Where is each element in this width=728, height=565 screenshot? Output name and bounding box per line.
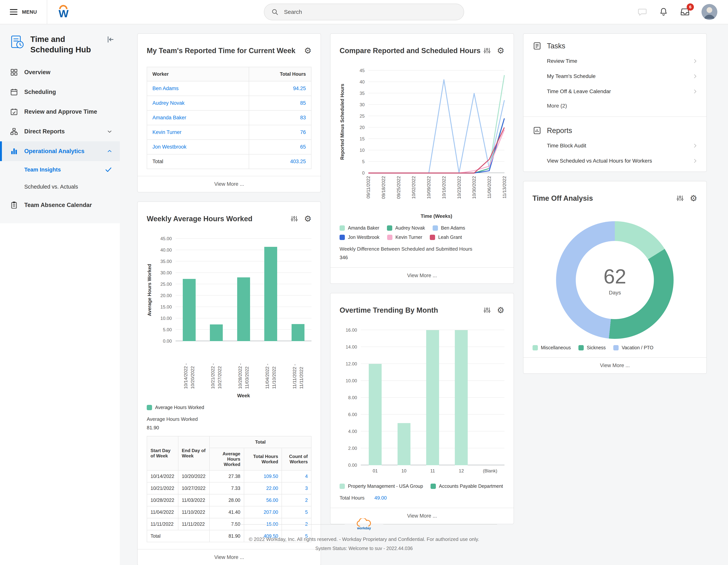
cell[interactable]: 207.00 <box>244 506 282 518</box>
x-tick-label: 10/16/2022 <box>441 176 447 199</box>
sidebar-subitem-scheduled-vs-actuals[interactable]: Scheduled vs. Actuals <box>0 178 120 195</box>
worker-link[interactable]: Ben Adams <box>147 81 249 96</box>
filter-icon[interactable] <box>676 194 684 202</box>
sidebar-item-review-approve-time[interactable]: Direct Reports Review and Approve Time <box>0 102 120 122</box>
section-title: Reports <box>547 126 572 135</box>
notifications-button[interactable] <box>659 7 668 17</box>
topbar-divider <box>47 0 47 24</box>
report-item-time-block-audit[interactable]: Time Block Audit <box>523 138 706 153</box>
gear-icon[interactable]: ⚙ <box>497 46 504 55</box>
legend-entry: Amanda Baker <box>340 225 379 231</box>
worker-link[interactable]: Amanda Baker <box>147 110 249 125</box>
axis-tick-label: 2.00 <box>348 446 357 451</box>
axis-tick-label: 15.00 <box>160 304 172 310</box>
cell: 10/27/2022 <box>178 482 209 494</box>
legend-chip <box>578 345 584 351</box>
profile-button[interactable] <box>701 4 717 20</box>
legend-label: Property Management - USA Group <box>348 483 423 489</box>
view-more-link[interactable]: View More ... <box>523 357 706 373</box>
page: MENU W <box>0 0 728 565</box>
menu-button[interactable]: MENU <box>0 0 47 24</box>
sidebar-item-overview[interactable]: Overview <box>0 62 120 82</box>
report-item-scheduled-vs-actual[interactable]: View Scheduled vs Actual Hours for Worke… <box>523 153 706 168</box>
search-input[interactable] <box>283 8 457 16</box>
footer-rule-left <box>231 524 345 525</box>
check-icon <box>105 166 112 173</box>
x-tick-text: 09/18/2022 <box>381 176 386 199</box>
sidebar-item-operational-analytics[interactable]: Operational Analytics <box>0 141 120 161</box>
workday-logo[interactable]: W <box>59 5 68 19</box>
task-item-time-off-calendar[interactable]: Time Off & Leave Calendar <box>523 84 706 99</box>
axis-tick-label: 0.00 <box>163 339 172 344</box>
bar <box>183 279 196 341</box>
legend-label: Accounts Payable Department <box>439 483 503 489</box>
view-more-link[interactable]: View More ... <box>330 267 513 284</box>
collapse-icon <box>106 35 115 44</box>
cell[interactable]: 2 <box>282 494 311 506</box>
compare-hours-card: Compare Reported and Scheduled Hours ⚙ R… <box>330 33 514 284</box>
x-axis-title: Time (Weeks) <box>368 213 504 219</box>
footer-rule-right <box>383 524 497 525</box>
gear-icon[interactable]: ⚙ <box>304 214 311 223</box>
topbar: MENU W <box>0 0 728 24</box>
sidebar-item-direct-reports[interactable]: Direct Reports <box>0 122 120 141</box>
search-bar[interactable] <box>264 4 464 20</box>
legend-chip <box>431 484 436 489</box>
cell[interactable]: 4 <box>282 470 311 482</box>
total-hours-value[interactable]: 403.25 <box>249 154 311 169</box>
filter-icon[interactable] <box>483 47 491 54</box>
legend-entry: Kevin Turner <box>387 234 422 240</box>
worker-link[interactable]: Kevin Turner <box>147 125 249 140</box>
total-hours-link[interactable]: 65 <box>249 140 311 154</box>
cell: 10/28/2022 <box>147 494 178 506</box>
cell[interactable]: 3 <box>282 482 311 494</box>
filter-icon[interactable] <box>290 215 298 222</box>
cell[interactable]: 5 <box>282 506 311 518</box>
x-axis-labels: 01101112(Blank) <box>361 465 504 477</box>
collapse-sidebar-button[interactable] <box>106 35 115 44</box>
total-hours-link[interactable]: 83 <box>249 110 311 125</box>
gear-icon[interactable]: ⚙ <box>304 46 311 55</box>
x-tick-label: 10/09/2022 <box>426 176 431 199</box>
cell[interactable]: 22.00 <box>244 482 282 494</box>
avatar <box>701 4 717 20</box>
chevron-right-icon <box>692 88 698 94</box>
cell[interactable]: 109.50 <box>244 470 282 482</box>
x-tick-label: 10/21/2022 - 10/27/2022 <box>209 344 223 389</box>
summary-value[interactable]: 49.00 <box>374 495 387 501</box>
cell[interactable]: 56.00 <box>244 494 282 506</box>
x-tick-text: 11/06/2022 <box>487 176 492 198</box>
calendar-check-icon <box>10 108 18 116</box>
sidebar-subitem-team-insights[interactable]: Team Insights <box>0 161 120 178</box>
summary-label: Average Hours Worked <box>147 416 311 422</box>
worker-link[interactable]: Jon Westbrook <box>147 140 249 154</box>
gear-icon[interactable]: ⚙ <box>497 306 504 315</box>
task-item-review-time[interactable]: Review Time <box>523 53 706 69</box>
sidebar-item-label: Overview <box>24 69 50 76</box>
total-hours-link[interactable]: 94.25 <box>249 81 311 96</box>
axis-tick-label: 25 <box>360 113 365 119</box>
total-hours-link[interactable]: 85 <box>249 96 311 110</box>
x-slot: 12 <box>447 465 476 477</box>
legend-entry: Sickness <box>578 345 606 351</box>
sidebar-item-team-absence-calendar[interactable]: Team Absence Calendar <box>0 195 120 215</box>
total-hours-link[interactable]: 76 <box>249 125 311 140</box>
axis-tick-label: 45.00 <box>160 236 172 241</box>
view-more-link[interactable]: View More ... <box>138 176 321 192</box>
sidebar-item-scheduling[interactable]: Scheduling <box>0 82 120 102</box>
worker-link[interactable]: Audrey Novak <box>147 96 249 110</box>
x-tick-text: 10/02/2022 <box>411 176 416 199</box>
tasks-more-link[interactable]: More (2) <box>523 99 706 112</box>
menu-label: MENU <box>22 9 37 15</box>
axis-tick-label: 10.00 <box>160 316 172 321</box>
reported-time-table: Worker Total Hours Ben Adams94.25Audrey … <box>147 67 311 169</box>
gear-icon[interactable]: ⚙ <box>690 194 697 202</box>
legend-entry: Ben Adams <box>433 225 465 231</box>
view-more-link[interactable]: View More ... <box>138 549 321 565</box>
tasks-section: Tasks Review Time My Team's Schedule <box>523 34 706 115</box>
cell: 11/03/2022 <box>178 494 209 506</box>
legend-chip <box>613 345 619 351</box>
inbox-button[interactable]: 6 <box>680 7 690 17</box>
chat-button[interactable] <box>637 7 647 17</box>
task-item-team-schedule[interactable]: My Team's Schedule <box>523 69 706 84</box>
